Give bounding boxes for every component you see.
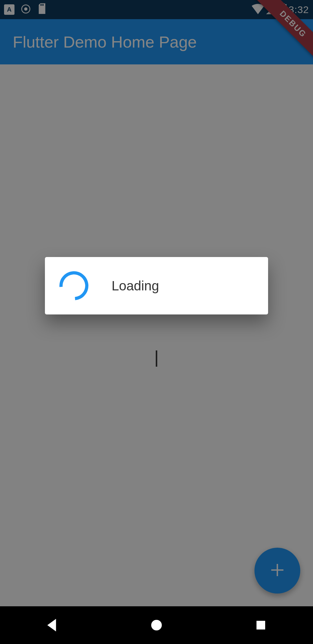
svg-rect-8 (256, 621, 265, 629)
nav-home-button[interactable] (149, 618, 164, 632)
svg-point-7 (151, 620, 162, 631)
nav-back-button[interactable] (45, 618, 59, 632)
modal-scrim[interactable]: Loading (0, 0, 313, 606)
nav-recent-button[interactable] (254, 618, 268, 632)
loading-label: Loading (112, 278, 159, 294)
loading-dialog: Loading (45, 257, 268, 314)
navigation-bar (0, 606, 313, 644)
spinner-icon (54, 265, 94, 306)
